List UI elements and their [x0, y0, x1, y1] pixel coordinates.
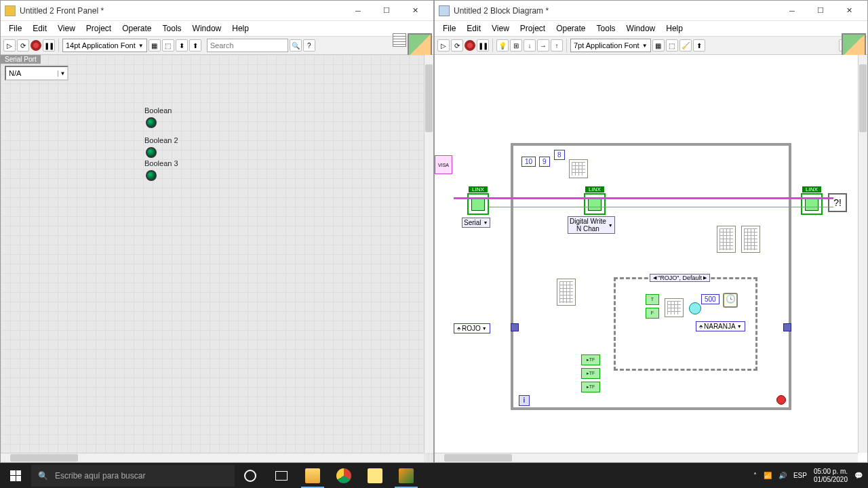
bd-reorder-button[interactable]: ⬆: [693, 39, 705, 52]
network-icon[interactable]: 📶: [764, 472, 772, 479]
feedback-node[interactable]: [689, 302, 701, 314]
volume-icon[interactable]: 🔊: [778, 472, 787, 479]
build-array-lower[interactable]: [557, 279, 576, 306]
bd-min-button[interactable]: ─: [778, 2, 806, 20]
step-into-button[interactable]: ↓: [524, 39, 536, 52]
wait-ms-const[interactable]: 500: [701, 294, 719, 304]
case-selector[interactable]: ◀ "ROJO", Default ▶: [650, 274, 710, 282]
menu-tools[interactable]: Tools: [157, 22, 187, 35]
serial-port-control[interactable]: N/A ▼: [5, 66, 68, 81]
font-dropdown[interactable]: 14pt Application Font▼: [62, 39, 147, 52]
align-button[interactable]: ▦: [149, 39, 161, 52]
fp-min-button[interactable]: ─: [344, 2, 372, 20]
const-9[interactable]: 9: [539, 157, 550, 167]
retain-wire-button[interactable]: ⊞: [510, 39, 522, 52]
wait-ms-node[interactable]: [723, 293, 738, 308]
bool-true-1[interactable]: T: [646, 294, 659, 305]
visa-resource-terminal[interactable]: VISA: [435, 155, 452, 174]
boolean-2-led[interactable]: [146, 147, 157, 158]
bd-distribute-button[interactable]: ⬚: [666, 39, 678, 52]
help-button[interactable]: ?: [303, 39, 315, 52]
case-build-array[interactable]: [665, 298, 684, 317]
language-indicator[interactable]: ESP: [793, 472, 807, 479]
menu-operate[interactable]: Operate: [117, 22, 157, 35]
menu-help[interactable]: Help: [226, 22, 254, 35]
bd-menu-help[interactable]: Help: [660, 22, 688, 35]
bd-pause-button[interactable]: ❚❚: [477, 39, 489, 52]
fp-canvas[interactable]: Serial Port N/A ▼ Boolean Boolean 2 Bool…: [1, 55, 433, 462]
bd-canvas[interactable]: VISA Serial▼ 10 9 8 Digital Write N Chan…: [435, 55, 867, 462]
run-button[interactable]: ▷: [3, 39, 16, 52]
bd-menu-project[interactable]: Project: [515, 22, 551, 35]
enum-naranja[interactable]: ⬘NARANJA▼: [696, 321, 745, 331]
task-view-button[interactable]: [266, 463, 297, 488]
const-8[interactable]: 8: [554, 150, 565, 160]
menu-project[interactable]: Project: [81, 22, 117, 35]
app-notes[interactable]: [359, 463, 391, 488]
menu-edit[interactable]: Edit: [27, 22, 52, 35]
bd-titlebar[interactable]: Untitled 2 Block Diagram * ─ ☐ ✕: [435, 1, 867, 21]
while-loop[interactable]: 10 9 8 Digital Write N Chan▼ ◀ "ROJO", D…: [511, 143, 791, 410]
reorder-button[interactable]: ⬆: [189, 39, 201, 52]
vi-icon[interactable]: [408, 33, 432, 58]
fp-hscroll[interactable]: [1, 453, 424, 462]
search-icon[interactable]: 🔍: [290, 39, 302, 52]
bd-max-button[interactable]: ☐: [806, 2, 835, 20]
linx-open-selector[interactable]: Serial▼: [462, 218, 490, 228]
menu-view[interactable]: View: [52, 22, 81, 35]
clock[interactable]: 05:00 p. m. 01/05/2020: [814, 468, 848, 484]
start-button[interactable]: [0, 463, 31, 488]
app-chrome[interactable]: [328, 463, 359, 488]
step-over-button[interactable]: →: [537, 39, 549, 52]
tray-up-icon[interactable]: ˄: [753, 472, 757, 479]
const-10[interactable]: 10: [521, 157, 536, 167]
bd-vi-icon[interactable]: [842, 33, 866, 58]
notifications-icon[interactable]: 💬: [854, 472, 863, 479]
step-out-button[interactable]: ↑: [551, 39, 563, 52]
enum-rojo[interactable]: ⬘ROJO▼: [454, 323, 490, 333]
bd-align-button[interactable]: ▦: [652, 39, 665, 52]
cortana-button[interactable]: [235, 463, 266, 488]
distribute-button[interactable]: ⬚: [162, 39, 174, 52]
pause-button[interactable]: ❚❚: [43, 39, 55, 52]
bd-close-button[interactable]: ✕: [835, 2, 863, 20]
build-array-bools[interactable]: [741, 226, 760, 253]
fp-vscroll[interactable]: [424, 55, 433, 453]
digital-write-node[interactable]: [584, 193, 606, 215]
boolean-3-led[interactable]: [146, 170, 157, 181]
bd-vscroll[interactable]: [858, 55, 867, 453]
app-explorer[interactable]: [297, 463, 328, 488]
bd-menu-tools[interactable]: Tools: [591, 22, 621, 35]
bd-menu-window[interactable]: Window: [621, 22, 661, 35]
bool-term-3[interactable]: ▸TF: [581, 382, 600, 392]
bd-menu-file[interactable]: File: [437, 22, 461, 35]
app-labview[interactable]: [391, 463, 422, 488]
bool-term-1[interactable]: ▸TF: [581, 354, 600, 365]
abort-button[interactable]: [31, 40, 41, 51]
menu-file[interactable]: File: [3, 22, 27, 35]
fp-max-button[interactable]: ☐: [372, 2, 401, 20]
case-prev-icon[interactable]: ◀: [653, 275, 656, 281]
bd-abort-button[interactable]: [465, 40, 475, 51]
case-structure[interactable]: ◀ "ROJO", Default ▶ T F 500 ⬘NARANJA▼: [614, 277, 757, 371]
run-continuous-button[interactable]: ⟳: [17, 39, 29, 52]
list-view-icon[interactable]: [393, 33, 406, 47]
digital-write-selector[interactable]: Digital Write N Chan▼: [568, 216, 615, 234]
taskbar-search[interactable]: 🔍 Escribe aquí para buscar: [31, 465, 235, 487]
search-input[interactable]: [207, 39, 288, 52]
highlight-button[interactable]: 💡: [496, 39, 509, 52]
loop-iteration[interactable]: i: [519, 395, 530, 406]
bd-cleanup-button[interactable]: 🧹: [679, 39, 692, 52]
build-array-pins[interactable]: [569, 159, 588, 178]
resize-button[interactable]: ⬍: [176, 39, 188, 52]
boolean-1-led[interactable]: [146, 117, 157, 128]
bool-term-2[interactable]: ▸TF: [581, 368, 600, 379]
shift-reg-right[interactable]: [783, 323, 791, 331]
linx-close-node[interactable]: [801, 193, 823, 215]
case-next-icon[interactable]: ▶: [703, 275, 707, 281]
bd-menu-edit[interactable]: Edit: [461, 22, 486, 35]
menu-window[interactable]: Window: [187, 22, 227, 35]
loop-stop[interactable]: [776, 395, 786, 405]
bd-menu-operate[interactable]: Operate: [551, 22, 591, 35]
bd-run-button[interactable]: ▷: [437, 39, 450, 52]
